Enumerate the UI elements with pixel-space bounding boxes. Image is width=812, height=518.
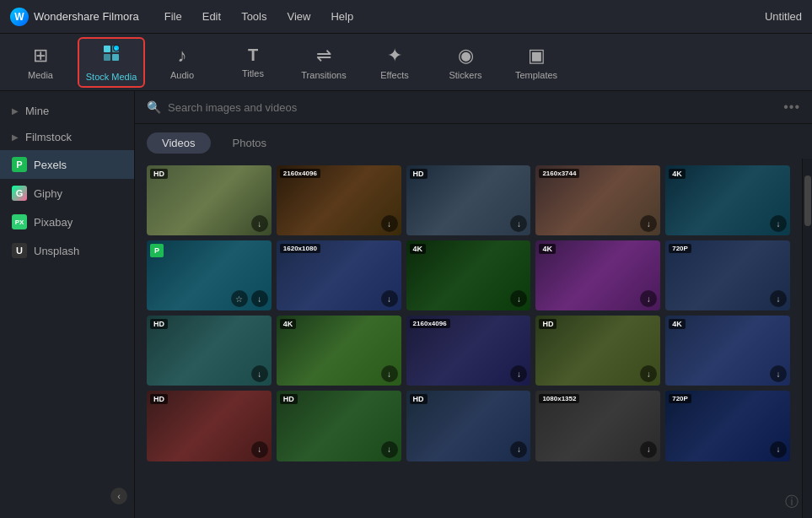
sidebar-pexels-label: Pexels	[34, 159, 67, 171]
scrollbar-thumb[interactable]	[804, 175, 811, 226]
media-thumb[interactable]: HD↓	[277, 391, 401, 461]
sidebar-item-pixabay[interactable]: PX Pixabay	[0, 208, 134, 236]
tool-audio[interactable]: ♪ Audio	[148, 37, 216, 88]
download-icon[interactable]: ↓	[381, 290, 398, 307]
download-icon[interactable]: ↓	[510, 441, 527, 458]
menu-view[interactable]: View	[278, 7, 319, 26]
sidebar-item-giphy[interactable]: G Giphy	[0, 179, 134, 208]
download-icon[interactable]: ↓	[770, 441, 787, 458]
media-thumb[interactable]: HD↓	[406, 391, 531, 461]
sidebar-collapse-button[interactable]: ‹	[0, 481, 134, 511]
media-thumb[interactable]: 720P↓	[665, 391, 790, 461]
tool-titles[interactable]: T Titles	[219, 37, 287, 88]
tool-effects[interactable]: ✦ Effects	[361, 37, 428, 88]
resolution-badge: 1080x1352	[539, 394, 579, 403]
menu-file[interactable]: File	[156, 7, 191, 26]
resolution-badge: 2160x4096	[410, 319, 450, 328]
pexels-icon: P	[12, 157, 27, 172]
download-icon[interactable]: ↓	[251, 441, 268, 458]
resolution-badge: HD	[280, 394, 298, 404]
sidebar-item-filmstock[interactable]: ▶ Filmstock	[0, 124, 134, 150]
menu-edit[interactable]: Edit	[194, 7, 229, 26]
sidebar-item-pexels[interactable]: P Pexels	[0, 150, 134, 179]
media-thumb[interactable]: HD↓	[147, 165, 272, 235]
content-area: 🔍 ••• Videos Photos HD↓2160x4096↓HD↓2160…	[135, 91, 812, 518]
media-thumb[interactable]: 4K↓	[535, 240, 660, 310]
media-thumb[interactable]: HD↓	[147, 391, 272, 461]
media-thumb[interactable]: 4K↓	[665, 165, 790, 235]
media-thumb[interactable]: HD↓	[147, 316, 272, 386]
transitions-label: Transitions	[301, 70, 346, 80]
collapse-arrow-icon[interactable]: ‹	[110, 488, 127, 505]
resolution-badge: HD	[410, 169, 428, 179]
menu-bar: File Edit Tools View Help	[156, 7, 362, 26]
media-thumb[interactable]: 720P↓	[665, 240, 790, 310]
effects-icon: ✦	[387, 45, 402, 67]
app-logo-icon: W	[10, 8, 29, 26]
tool-templates[interactable]: ▣ Templates	[503, 37, 570, 88]
resolution-badge: HD	[150, 394, 168, 404]
audio-icon: ♪	[178, 45, 187, 67]
filmstock-chevron-icon: ▶	[12, 132, 19, 142]
transitions-icon: ⇌	[316, 45, 331, 67]
menu-tools[interactable]: Tools	[233, 7, 275, 26]
media-thumb[interactable]: 2160x4096↓	[406, 316, 531, 386]
tool-media[interactable]: ⊞ Media	[7, 37, 74, 88]
sidebar-filmstock-label: Filmstock	[25, 131, 72, 143]
resolution-badge: 4K	[539, 244, 556, 254]
media-thumb[interactable]: P☆↓	[147, 240, 272, 310]
download-icon[interactable]: ↓	[381, 441, 398, 458]
more-options-button[interactable]: •••	[783, 100, 800, 115]
app-name-label: Wondershare Filmora	[34, 10, 139, 23]
sidebar-pixabay-label: Pixabay	[34, 216, 73, 229]
sidebar-unsplash-label: Unsplash	[34, 245, 79, 257]
resolution-badge: 2160x3744	[539, 169, 579, 178]
resolution-badge: HD	[150, 319, 168, 329]
templates-label: Templates	[515, 70, 557, 80]
resolution-badge: 4K	[410, 244, 427, 254]
pexels-badge: P	[150, 244, 164, 257]
download-icon[interactable]: ↓	[251, 215, 268, 232]
tool-stickers[interactable]: ◉ Stickers	[432, 37, 499, 88]
tab-videos[interactable]: Videos	[147, 132, 211, 154]
svg-text:↑: ↑	[115, 46, 117, 51]
resolution-badge: HD	[150, 169, 168, 179]
download-icon[interactable]: ↓	[251, 290, 268, 307]
tool-stock-media[interactable]: ↑ Stock Media	[78, 37, 145, 88]
resolution-badge: 4K	[669, 319, 686, 329]
search-input[interactable]	[168, 101, 777, 114]
svg-rect-3	[112, 54, 119, 61]
right-scrollbar[interactable]	[802, 159, 812, 518]
tab-photos[interactable]: Photos	[218, 132, 282, 154]
sidebar-item-mine[interactable]: ▶ Mine	[0, 98, 134, 124]
app-logo: W Wondershare Filmora	[10, 8, 139, 26]
media-thumb[interactable]: HD↓	[406, 165, 531, 235]
menu-help[interactable]: Help	[322, 7, 362, 26]
unsplash-icon: U	[12, 243, 27, 258]
download-icon[interactable]: ↓	[381, 365, 398, 382]
tool-transitions[interactable]: ⇌ Transitions	[290, 37, 358, 88]
sidebar-item-unsplash[interactable]: U Unsplash	[0, 236, 134, 265]
media-thumb[interactable]: 2160x4096↓	[277, 165, 401, 235]
info-icon[interactable]: ⓘ	[785, 494, 799, 511]
svg-rect-0	[104, 46, 110, 52]
giphy-icon: G	[12, 186, 27, 201]
media-thumb[interactable]: HD↓	[535, 316, 660, 386]
media-thumb[interactable]: 4K↓	[277, 316, 401, 386]
media-thumb[interactable]: 2160x3744↓	[535, 165, 660, 235]
download-icon[interactable]: ↓	[381, 215, 398, 232]
download-icon[interactable]: ↓	[770, 215, 787, 232]
media-thumb[interactable]: 4K↓	[665, 316, 790, 386]
resolution-badge: 2160x4096	[280, 169, 320, 178]
star-icon[interactable]: ☆	[231, 290, 248, 307]
sidebar-mine-label: Mine	[25, 105, 49, 117]
top-bar: W Wondershare Filmora File Edit Tools Vi…	[0, 0, 812, 34]
search-icon: 🔍	[147, 100, 161, 114]
download-icon[interactable]: ↓	[640, 441, 657, 458]
media-thumb[interactable]: 1080x1352↓	[535, 391, 660, 461]
media-thumb[interactable]: 4K↓	[406, 240, 531, 310]
media-thumb[interactable]: 1620x1080↓	[277, 240, 401, 310]
titles-icon: T	[248, 46, 258, 65]
stock-media-icon: ↑	[101, 43, 121, 68]
templates-icon: ▣	[528, 45, 546, 67]
